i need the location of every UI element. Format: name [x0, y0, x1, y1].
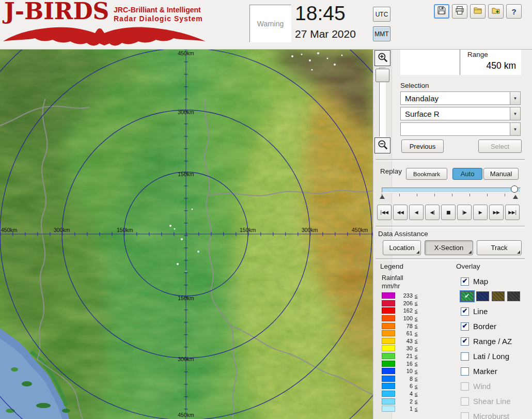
checkbox-map[interactable] — [461, 277, 469, 286]
legend-lte: ≤ — [415, 293, 418, 299]
warning-list[interactable]: Warning — [249, 5, 291, 42]
save-button[interactable] — [434, 4, 449, 19]
save-icon — [437, 6, 446, 17]
legend-unit-2: mm/hr — [382, 283, 400, 290]
manual-button[interactable]: Manual — [483, 168, 519, 180]
legend-row: 30≤ — [382, 345, 418, 352]
legend-value: 4 — [397, 391, 413, 397]
divider — [375, 159, 525, 161]
jbirds-app: J-BIRDS JRC-Brilliant & Intelligent Rada… — [0, 0, 532, 419]
overlay-item-marker[interactable]: Marker — [461, 364, 523, 379]
checkbox-line[interactable] — [461, 307, 469, 316]
xsection-button[interactable]: X-Section — [425, 240, 473, 255]
legend-row: 233≤ — [382, 292, 418, 300]
legend-value: 2 — [397, 398, 413, 405]
legend-lte: ≤ — [415, 383, 418, 389]
legend-row: 6≤ — [382, 382, 418, 390]
legend-value: 162 — [397, 307, 413, 314]
zoom-in-icon — [377, 52, 388, 65]
radar-map[interactable]: 450km 300km 150km 150km 300km 450km 450k… — [0, 49, 373, 419]
fast-forward-button[interactable]: ▶▶ — [489, 205, 504, 220]
product-dropdown-value: Surface R — [405, 110, 440, 118]
legend-lte: ≤ — [415, 316, 418, 321]
go-first-button[interactable]: |◀◀ — [377, 205, 392, 220]
checkbox-border[interactable] — [461, 322, 469, 331]
mmt-button[interactable]: MMT — [373, 26, 390, 41]
map-style-swatch-gray[interactable] — [507, 291, 520, 301]
overlay-item-range-az[interactable]: Range / AZ — [461, 334, 523, 349]
import-button[interactable] — [488, 4, 504, 19]
legend-row: 1≤ — [382, 405, 418, 413]
extra-dropdown[interactable]: ▼ — [400, 122, 521, 136]
range-ring-label: 300km — [54, 227, 70, 233]
overlay-item-line[interactable]: Line — [461, 304, 523, 319]
replay-range-end-marker — [513, 195, 518, 199]
product-dropdown-arrow[interactable]: ▼ — [510, 107, 520, 120]
legend-value: 100 — [397, 315, 413, 321]
auto-button[interactable]: Auto — [452, 168, 482, 180]
zoom-slider-thumb[interactable] — [375, 69, 389, 82]
site-dropdown[interactable]: Mandalay ▼ — [400, 91, 521, 105]
fast-rewind-button[interactable]: ◀◀ — [393, 205, 408, 220]
map-style-swatch-green[interactable] — [461, 291, 474, 301]
legend-lte: ≤ — [415, 391, 418, 397]
zoom-in-button[interactable] — [374, 50, 390, 66]
checkbox-range-az[interactable] — [461, 337, 469, 346]
legend-row: 162≤ — [382, 307, 418, 315]
overlay-item-lati-long[interactable]: Lati / Long — [461, 349, 523, 364]
site-dropdown-arrow[interactable]: ▼ — [510, 92, 520, 104]
help-button[interactable]: ? — [506, 4, 522, 19]
play-reverse-button[interactable]: ◀ — [409, 205, 424, 220]
step-back-button[interactable]: ◀| — [425, 205, 440, 220]
legend-lte: ≤ — [415, 331, 418, 336]
legend-lte: ≤ — [415, 346, 418, 351]
extra-dropdown-arrow[interactable]: ▼ — [510, 123, 520, 135]
map-style-swatch-navy[interactable] — [476, 291, 489, 301]
legend-row: 8≤ — [382, 375, 418, 383]
legend-swatch — [382, 292, 395, 299]
step-forward-button[interactable]: |▶ — [457, 205, 472, 220]
checkbox-lati-long[interactable] — [461, 352, 469, 361]
map-style-swatches — [461, 288, 523, 304]
overlay-item-border[interactable]: Border — [461, 319, 523, 334]
clock-time: 18:45 — [295, 2, 346, 25]
range-divider — [460, 49, 460, 75]
legend-lte: ≤ — [415, 398, 418, 404]
track-button[interactable]: Track — [477, 240, 522, 255]
overlay-panel: Map Line Border Range / AZ Lati / Long M… — [461, 274, 523, 419]
replay-slider-thumb[interactable] — [511, 185, 518, 193]
open-button[interactable] — [470, 4, 486, 19]
legend-value: 43 — [397, 338, 413, 344]
go-last-button[interactable]: ▶▶| — [505, 205, 520, 220]
legend-swatch — [382, 391, 395, 397]
map-style-swatch-olive[interactable] — [492, 291, 505, 301]
eagle-logo-icon — [1, 26, 208, 49]
replay-label: Replay — [380, 167, 402, 175]
legend-swatch — [382, 376, 395, 382]
previous-button[interactable]: Previous — [401, 139, 444, 153]
checkbox-marker[interactable] — [461, 367, 469, 376]
zoom-out-button[interactable] — [374, 137, 390, 153]
legend-row: 43≤ — [382, 337, 418, 345]
divider — [375, 226, 525, 228]
checkbox-microburst — [461, 412, 469, 419]
site-dropdown-value: Mandalay — [405, 94, 439, 103]
replay-range-start-marker — [380, 195, 385, 199]
stop-button[interactable]: ■ — [441, 205, 456, 220]
select-button[interactable]: Select — [478, 139, 522, 153]
legend-lte: ≤ — [415, 406, 418, 412]
product-dropdown[interactable]: Surface R ▼ — [400, 107, 521, 120]
legend-swatch — [382, 353, 395, 359]
location-button[interactable]: Location — [383, 240, 421, 255]
utc-button[interactable]: UTC — [373, 7, 390, 22]
range-value: 450 km — [487, 60, 516, 71]
range-ring-label: 450km — [178, 50, 194, 56]
play-button[interactable]: ▶ — [473, 205, 488, 220]
overlay-item-map[interactable]: Map — [461, 274, 523, 288]
legend-value: 206 — [397, 300, 413, 306]
bookmark-button[interactable]: Bookmark — [406, 168, 447, 180]
legend-swatch — [382, 307, 395, 314]
print-button[interactable] — [452, 4, 467, 19]
replay-slider-track[interactable] — [382, 188, 521, 193]
range-panel: Range 450 km — [400, 49, 521, 75]
